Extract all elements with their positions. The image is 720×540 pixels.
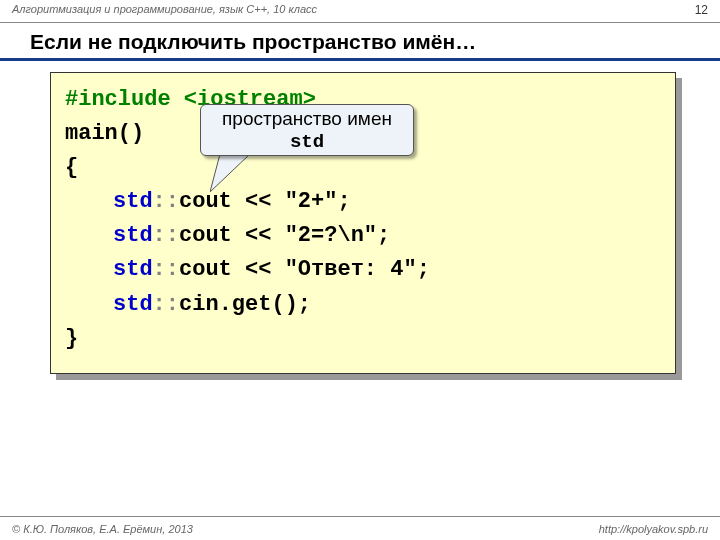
- std-ns: std: [113, 189, 153, 214]
- slide-title: Если не подключить пространство имён…: [30, 30, 476, 54]
- code-line: std::cout << "Ответ: 4";: [65, 253, 661, 287]
- cout: cout: [179, 223, 232, 248]
- code-line: }: [65, 322, 661, 356]
- include-keyword: #include: [65, 87, 171, 112]
- brace-close: }: [65, 326, 78, 351]
- page-number: 12: [695, 3, 708, 22]
- scope-op: ::: [153, 257, 179, 282]
- string-literal: "Ответ: 4": [285, 257, 417, 282]
- footer-url: http://kpolyakov.spb.ru: [599, 523, 708, 535]
- std-ns: std: [113, 257, 153, 282]
- title-underline: [0, 58, 720, 61]
- main-fn: main(): [65, 121, 144, 146]
- semicolon: ;: [298, 292, 311, 317]
- course-label: Алгоритмизация и программирование, язык …: [12, 3, 317, 22]
- semicolon: ;: [377, 223, 390, 248]
- semicolon: ;: [417, 257, 430, 282]
- callout-line2: std: [201, 131, 413, 155]
- scope-op: ::: [153, 223, 179, 248]
- string-literal: "2=?\n": [285, 223, 377, 248]
- std-ns: std: [113, 292, 153, 317]
- std-ns: std: [113, 223, 153, 248]
- svg-marker-0: [210, 154, 250, 192]
- code-line: std::cout << "2=?\n";: [65, 219, 661, 253]
- string-literal: "2+": [285, 189, 338, 214]
- header-bar: Алгоритмизация и программирование, язык …: [0, 0, 720, 22]
- scope-op: ::: [153, 292, 179, 317]
- brace-open: {: [65, 155, 78, 180]
- scope-op: ::: [153, 189, 179, 214]
- get-call: .get(): [219, 292, 298, 317]
- stream-op: <<: [232, 257, 285, 282]
- semicolon: ;: [337, 189, 350, 214]
- copyright-label: © К.Ю. Поляков, Е.А. Ерёмин, 2013: [12, 523, 193, 535]
- callout-bubble: пространство имен std: [200, 104, 414, 156]
- code-line: {: [65, 151, 661, 185]
- cout: cout: [179, 257, 232, 282]
- stream-op: <<: [232, 223, 285, 248]
- header-divider: [0, 22, 720, 23]
- code-line: std::cin.get();: [65, 288, 661, 322]
- callout-line1: пространство имен: [201, 107, 413, 131]
- cin: cin: [179, 292, 219, 317]
- code-line: std::cout << "2+";: [65, 185, 661, 219]
- footer-bar: © К.Ю. Поляков, Е.А. Ерёмин, 2013 http:/…: [0, 516, 720, 540]
